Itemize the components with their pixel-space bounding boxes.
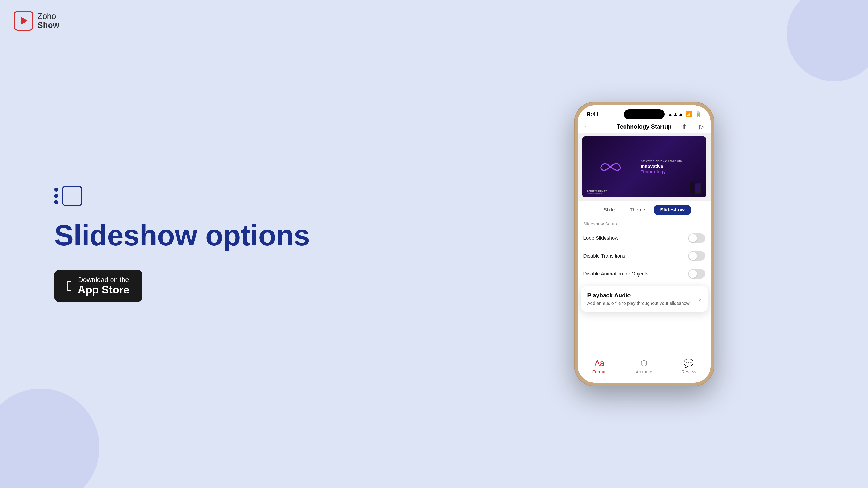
app-store-main-label: App Store	[78, 284, 129, 296]
bg-circle-top-right	[786, 0, 868, 81]
logo-play-icon	[21, 17, 28, 25]
brand-sub: Simplified Logistics	[587, 193, 607, 195]
animate-icon: ⬡	[640, 359, 647, 368]
transitions-toggle[interactable]	[688, 251, 705, 261]
transitions-label: Disable Transitions	[583, 253, 625, 259]
settings-row-loop: Loop Slideshow	[583, 229, 705, 247]
feature-icon	[54, 186, 310, 206]
nav-review[interactable]: 💬 Review	[681, 359, 696, 375]
format-icon: Aa	[594, 359, 604, 368]
animation-label: Disable Animation for Objects	[583, 271, 649, 277]
dot-row-bot	[54, 200, 58, 204]
bottom-nav: Aa Format ⬡ Animate 💬 Review	[578, 355, 711, 383]
app-store-sub-label: Download on the	[78, 276, 129, 284]
settings-panel: Slideshow Setup Loop Slideshow Disable T…	[578, 217, 711, 314]
app-store-button[interactable]:  Download on the App Store	[54, 269, 142, 302]
status-bar: 9:41 ▲▲▲ 📶 🔋	[578, 105, 711, 120]
presentation-title: Technology Startup	[617, 123, 672, 130]
animation-toggle[interactable]	[688, 269, 705, 279]
slide-preview: transform business and scale with Innova…	[578, 133, 711, 201]
top-bar-right: ⬆ + ▷	[682, 123, 704, 130]
top-bar-left: ‹	[584, 123, 586, 130]
app-store-text: Download on the App Store	[78, 276, 129, 296]
settings-row-transitions: Disable Transitions	[583, 247, 705, 265]
feature-title: Slideshow options	[54, 220, 310, 252]
format-label: Format	[592, 369, 607, 375]
logo-text: Zoho Show	[37, 12, 59, 30]
playback-title: Playback Audio	[587, 292, 690, 299]
tabs-container: Slide Theme Slideshow	[578, 201, 711, 217]
playback-description: Add an audio file to play throughout you…	[587, 300, 690, 306]
tab-slide[interactable]: Slide	[597, 205, 621, 215]
phone-inner-screen: 9:41 ▲▲▲ 📶 🔋 ‹ Technology Startup ⬆ + ▷	[578, 105, 711, 383]
phone-render-svg	[686, 181, 704, 197]
nav-animate[interactable]: ⬡ Animate	[636, 359, 652, 375]
dynamic-island	[624, 109, 664, 119]
loop-label: Loop Slideshow	[583, 235, 618, 241]
wifi-icon: 📶	[686, 111, 692, 118]
dot-row-top	[54, 188, 58, 192]
playback-content: Playback Audio Add an audio file to play…	[587, 292, 690, 306]
dot-2	[54, 194, 58, 198]
loop-toggle[interactable]	[688, 233, 705, 243]
phone-mockup-small	[686, 181, 704, 197]
logo-icon	[13, 11, 33, 31]
signal-icon: ▲▲▲	[668, 111, 684, 118]
dot-3	[54, 200, 58, 204]
add-button[interactable]: +	[691, 123, 695, 130]
slideshow-box-icon	[62, 186, 82, 206]
apple-icon: 	[67, 279, 72, 293]
share-button[interactable]: ⬆	[682, 123, 687, 130]
slide-left	[582, 136, 638, 197]
back-button[interactable]: ‹	[584, 123, 586, 130]
dot-row-mid	[54, 194, 58, 198]
slide-brand: ROUTE X INFINITY Simplified Logistics	[587, 190, 607, 195]
settings-row-animation: Disable Animation for Objects	[583, 265, 705, 283]
phone-mockup: 9:41 ▲▲▲ 📶 🔋 ‹ Technology Startup ⬆ + ▷	[574, 102, 714, 386]
brand-name: ROUTE X INFINITY	[587, 190, 607, 193]
tab-theme[interactable]: Theme	[623, 205, 651, 215]
slide-tagline: transform business and scale with	[641, 160, 704, 163]
nav-format[interactable]: Aa Format	[592, 359, 607, 375]
section-title: Slideshow Setup	[583, 221, 705, 227]
playback-chevron-icon: ›	[699, 295, 701, 303]
logo-brand: Zoho	[37, 12, 59, 21]
review-icon: 💬	[684, 359, 694, 368]
svg-rect-3	[695, 184, 700, 192]
status-icons: ▲▲▲ 📶 🔋	[668, 111, 702, 118]
logo-product: Show	[37, 21, 59, 30]
dot-1	[54, 188, 58, 192]
playback-audio-card[interactable]: Playback Audio Add an audio file to play…	[581, 287, 708, 312]
battery-icon: 🔋	[695, 111, 702, 118]
left-content: Slideshow options  Download on the App …	[54, 186, 310, 302]
bg-circle-bottom-left	[0, 389, 99, 488]
app-logo: Zoho Show	[13, 11, 59, 31]
slide-title-main: Innovative Technology	[641, 164, 704, 174]
animate-label: Animate	[636, 369, 652, 375]
slide-title-accent: Technology	[641, 169, 666, 174]
status-time: 9:41	[587, 111, 599, 118]
play-button[interactable]: ▷	[700, 123, 704, 130]
tab-slideshow[interactable]: Slideshow	[654, 205, 691, 215]
slide-canvas: transform business and scale with Innova…	[582, 136, 706, 197]
top-bar: ‹ Technology Startup ⬆ + ▷	[578, 120, 711, 133]
dots-icon	[54, 188, 58, 204]
slide-title-white: Innovative	[641, 164, 663, 169]
review-label: Review	[681, 369, 696, 375]
infinity-logo-svg	[598, 159, 622, 175]
phone-outer-frame: 9:41 ▲▲▲ 📶 🔋 ‹ Technology Startup ⬆ + ▷	[574, 102, 714, 386]
